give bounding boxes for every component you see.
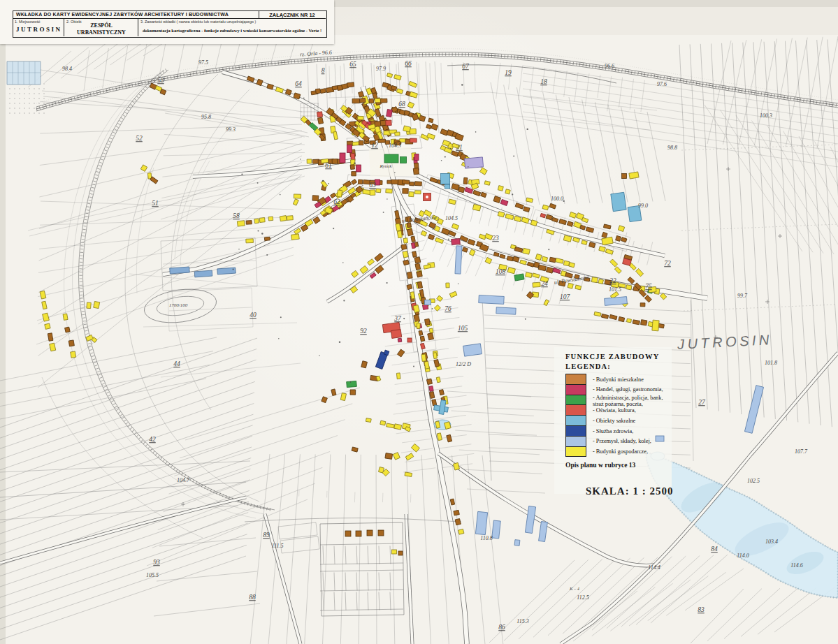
map-label: 97.6 bbox=[657, 82, 667, 87]
map-label: 76 bbox=[445, 306, 451, 313]
map-label: 61 bbox=[325, 163, 332, 170]
map-label: 98.8 bbox=[667, 145, 677, 151]
map-label: 68 bbox=[398, 101, 405, 108]
map-label: 24 bbox=[541, 281, 548, 288]
legend-label-handel: - Handel, usługi, gastronomia, bbox=[593, 386, 663, 393]
map-label: 12 bbox=[371, 142, 378, 149]
map-label: 58 bbox=[233, 213, 240, 220]
map-label: 93 bbox=[153, 559, 160, 566]
map-label: 101.8 bbox=[765, 360, 777, 366]
legend-swatch-przemysl bbox=[565, 436, 586, 447]
map-label: 115.3 bbox=[516, 619, 528, 624]
map-label: 8 bbox=[322, 68, 325, 75]
map-label: 97.5 bbox=[198, 60, 208, 66]
map-label: 95.8 bbox=[201, 115, 211, 120]
legend-swatch-sakralne bbox=[565, 415, 586, 426]
legend-label-mieszkalne: - Budynki mieszkalne bbox=[593, 376, 644, 383]
map-label: 52 bbox=[136, 136, 143, 142]
map-label: 110.8 bbox=[480, 536, 492, 541]
map-label: 99.7 bbox=[737, 293, 747, 299]
map-label: 40 bbox=[250, 312, 257, 319]
map-label: 42 bbox=[149, 437, 156, 444]
map-label: 103.4 bbox=[765, 539, 778, 545]
header-form: WKŁADKA DO KARTY EWIDENCYJNEJ ZABYTKÓW A… bbox=[0, 0, 334, 44]
map-label: K - 4 bbox=[570, 587, 579, 592]
map-label: 67 bbox=[462, 64, 469, 71]
legend-label-zdrowia: - Służba zdrowia, bbox=[593, 428, 633, 434]
map-label: 92 bbox=[360, 328, 367, 335]
legend-note: Opis planu w rubryce 13 bbox=[565, 462, 635, 469]
map-label: 98.4 bbox=[62, 66, 72, 72]
legend-title-line1: FUNKCJE ZABUDOWY bbox=[565, 352, 700, 362]
map-label: 100.0 bbox=[551, 196, 563, 202]
map-label: 62 bbox=[333, 199, 340, 206]
map-label: 114.0 bbox=[737, 553, 749, 559]
map-label: 83 bbox=[698, 607, 705, 614]
legend-title-line2: LEGENDA: bbox=[565, 362, 700, 372]
map-label: 65 bbox=[349, 61, 356, 68]
map-label: 23 bbox=[492, 235, 499, 242]
map-label: 101.5 bbox=[609, 287, 621, 293]
map-label: 104.5 bbox=[445, 216, 458, 221]
map-label: 75 bbox=[645, 284, 652, 291]
map-label: 89 bbox=[263, 532, 270, 539]
legend-swatch-administracja bbox=[565, 395, 586, 406]
map-label: 72 bbox=[664, 261, 671, 268]
map-label: 104.3 bbox=[389, 143, 401, 149]
field3-label: 3. Zawartość wkładki ( nazwa obiektu lub… bbox=[140, 20, 256, 24]
map-label: 22 bbox=[609, 278, 616, 285]
legend-swatch-mieszkalne bbox=[565, 374, 586, 385]
map-label: 99.3 bbox=[226, 127, 236, 133]
field3-value: dokumentacja kartograficzna - funkcje za… bbox=[143, 28, 322, 33]
map-label: 12/2 D bbox=[456, 362, 471, 367]
map-label: 19 bbox=[505, 70, 512, 77]
legend-label-gospodarcze: - Budynki gospodarcze, bbox=[593, 448, 648, 455]
map-label: 114.4 bbox=[648, 565, 660, 571]
map-label: 102.5 bbox=[747, 478, 760, 484]
map-label: 84 bbox=[711, 546, 718, 553]
form-box bbox=[13, 10, 327, 38]
map-label: 105 bbox=[458, 325, 468, 332]
map-label: 18 bbox=[540, 79, 547, 86]
map-label: 51 bbox=[152, 200, 159, 207]
map-label: 64 bbox=[295, 81, 302, 88]
scanned-map-sheet: rz. Orla - 96.697.5656667191897.996.697.… bbox=[0, 0, 838, 644]
map-label: 44 bbox=[173, 361, 180, 368]
map-scale-text: SKALA: 1 : 2500 bbox=[586, 485, 673, 497]
map-label: 63 bbox=[369, 182, 376, 189]
map-label: 86 bbox=[498, 624, 505, 631]
map-label: 88 bbox=[249, 594, 256, 601]
map-label: 100.3 bbox=[760, 113, 772, 119]
map-label: 105.5 bbox=[146, 573, 159, 578]
legend-swatch-zdrowia bbox=[565, 425, 586, 437]
map-label: 37 bbox=[394, 316, 401, 323]
map-label: 53 bbox=[157, 78, 164, 85]
legend-swatch-handel bbox=[565, 384, 586, 395]
map-legend: FUNKCJE ZABUDOWY LEGENDA: - Budynki mies… bbox=[560, 352, 700, 371]
map-label: 97.9 bbox=[376, 66, 386, 72]
legend-label-przemysl: - Przemysł, składy, kolej, bbox=[593, 438, 651, 444]
map-label: 107.7 bbox=[795, 449, 807, 455]
map-label: 21 bbox=[456, 145, 463, 152]
map-label: 104.7 bbox=[177, 478, 189, 483]
field1-value: JUTROSIN bbox=[16, 26, 62, 33]
map-label: 99.0 bbox=[638, 203, 648, 209]
legend-rows: - Budynki mieszkalne- Handel, usługi, ga… bbox=[560, 374, 700, 459]
legend-swatch-oswiata bbox=[565, 404, 586, 416]
field1-label: 1. Miejscowość bbox=[15, 20, 41, 24]
legend-label-oswiata: - Oświata, kultura, bbox=[593, 407, 636, 414]
map-label: 111.5 bbox=[272, 543, 284, 549]
map-label: 108 bbox=[496, 269, 505, 276]
legend-swatch-gospodarcze bbox=[565, 446, 586, 458]
map-label: 112.5 bbox=[577, 595, 588, 601]
map-label: 1700/100 bbox=[169, 303, 187, 308]
field2-value: ZESPÓŁ URBANISTYCZNY bbox=[66, 22, 136, 36]
legend-label-administracja: - Administracja, policja, bank, straż po… bbox=[593, 395, 663, 408]
map-label: 66 bbox=[405, 61, 412, 68]
map-label: 96.6 bbox=[605, 64, 614, 69]
legend-label-sakralne: - Obiekty sakralne bbox=[593, 418, 635, 424]
map-label: Rynek bbox=[380, 164, 392, 169]
map-label: 107 bbox=[560, 294, 570, 301]
map-label: 114.6 bbox=[790, 563, 802, 569]
